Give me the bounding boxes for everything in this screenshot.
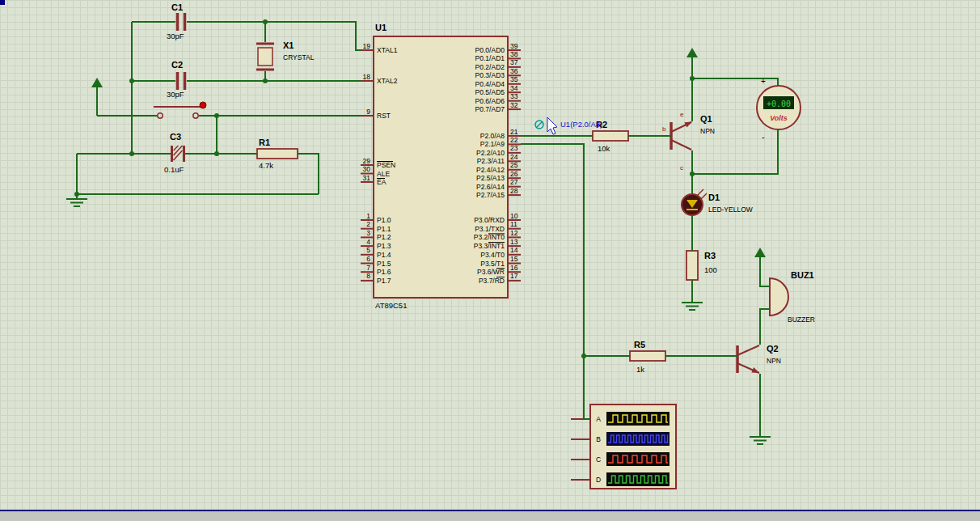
u1-pin-number: 3 [366,229,370,237]
r3-ref: R3 [704,251,716,260]
resistor-r5[interactable]: R5 1k [630,340,665,374]
u1-pin-number: 36 [510,67,518,75]
c2-ref: C2 [171,60,183,70]
vcc-arrow-icon[interactable] [754,248,766,257]
ground-icon[interactable] [750,437,771,444]
u1-pin-number: 22 [510,136,518,144]
u1-pin-number: 33 [510,92,518,100]
u1-ref: U1 [375,23,387,32]
mcu-u1[interactable]: U1 AT89C51 19XTAL118XTAL29RST29PSEN30ALE… [361,23,521,310]
u1-pin-name: P2.4/A12 [476,166,505,174]
vcc-arrow-icon[interactable] [91,78,103,87]
q1-ref: Q1 [700,114,712,124]
u1-pin-name: P2.5/A13 [476,174,505,182]
scope-screen-a [606,412,670,426]
c3-ref: C3 [170,132,181,142]
capacitor-c2[interactable]: C2 30pF [167,60,185,99]
q2-ref: Q2 [767,344,779,354]
u1-pin-number: 9 [366,108,370,116]
u1-pin-name: P3.1/TXD [475,225,505,233]
transistor-collector [737,345,759,355]
junction-dot [74,192,79,197]
u1-pin-name: XTAL2 [377,77,398,85]
u1-pin-name: PSEN [377,161,395,169]
q1-pin-c: c [680,164,683,172]
q1-pin-b: b [662,125,666,133]
transistor-q2[interactable]: Q2 NPN [737,344,781,373]
sheet-corner-mark [0,0,5,5]
u1-pin-number: 11 [510,220,517,228]
u1-pin-number: 15 [510,255,518,263]
u1-pin-name: ALE [377,170,390,178]
u1-pin-number: 21 [510,128,518,136]
junction-dot [263,19,268,24]
u1-pin-name: P1.1 [377,225,391,233]
resistor-body [686,251,698,280]
u1-pin-name: P2.6/A14 [476,183,505,191]
u1-pin-name: P2.3/A11 [477,157,505,165]
junction-dot [690,172,695,176]
wire[interactable] [187,22,361,50]
scope-screen-b [606,432,670,446]
u1-pin-number: 37 [510,58,518,66]
u1-pin-name: P2.0/A8 [480,132,505,140]
junction-dot [129,78,134,83]
u1-pin-name: P2.2/A10 [476,149,505,157]
capacitor-hatch [174,146,183,155]
button-actuator-dot[interactable] [200,102,206,108]
buzzer-body [770,278,788,316]
u1-pin-number: 32 [510,101,518,109]
oscilloscope[interactable]: A B C D [571,405,676,489]
u1-pin-number: 25 [510,161,518,169]
resistor-body [630,351,665,361]
u1-pin-name: EA [377,178,387,186]
u1-pin-number: 5 [366,246,370,254]
wire[interactable] [692,129,778,174]
scope-channel-label-a: A [596,415,601,423]
u1-pin-number: 24 [510,153,518,161]
u1-pin-number: 26 [510,170,518,178]
resistor-r3[interactable]: R3 100 [686,251,717,280]
u1-pin-name: RST [377,112,391,120]
u1-pin-name: P1.3 [377,242,391,250]
wire[interactable] [521,144,590,419]
ground-icon[interactable] [66,199,87,206]
scope-channel-label-d: D [596,476,601,484]
resistor-body [257,149,298,159]
capacitor-hatch [174,150,183,160]
r1-value: 4.7k [259,161,273,170]
wire[interactable] [298,154,319,194]
r3-value: 100 [704,265,717,274]
resistor-r1[interactable]: R1 4.7k [257,138,298,170]
junction-dot [129,151,134,156]
scope-channel-label-c: C [596,455,601,464]
u1-pin-number: 2 [366,220,370,228]
u1-pin-number: 13 [510,238,518,246]
led-emission-arrow [700,193,707,200]
transistor-q1[interactable]: e b c Q1 NPN [662,111,715,172]
u1-pin-number: 19 [363,42,371,50]
wire[interactable] [760,257,770,286]
capacitor-hatch [174,146,179,150]
d1-type: LED-YELLOW [708,205,753,214]
emitter-arrow [684,122,692,128]
x1-type: CRYSTAL [283,53,315,61]
ground-icon[interactable] [682,303,703,310]
r5-value: 1k [636,365,644,374]
buz1-ref: BUZ1 [791,270,814,280]
junction-dot [690,76,695,81]
schematic-canvas[interactable]: C1 30pF C2 30pF X1 CRYSTAL C3 0.1uF R1 [0,0,980,521]
u1-pin-name: P1.0 [377,216,391,224]
vcc-arrow-icon[interactable] [686,48,698,57]
led-emission-arrow [697,189,703,196]
u1-pin-name: P1.5 [377,260,391,268]
buzzer-buz1[interactable]: BUZ1 BUZZER [770,270,815,324]
crystal-x1[interactable]: X1 CRYSTAL [256,40,315,70]
c1-ref: C1 [171,2,183,12]
reset-button[interactable] [154,102,206,118]
u1-pin-number: 16 [510,264,518,272]
wire[interactable] [760,309,770,345]
voltage-probe-icon [536,121,543,128]
q1-pin-e: e [680,111,684,118]
r5-ref: R5 [634,340,645,349]
